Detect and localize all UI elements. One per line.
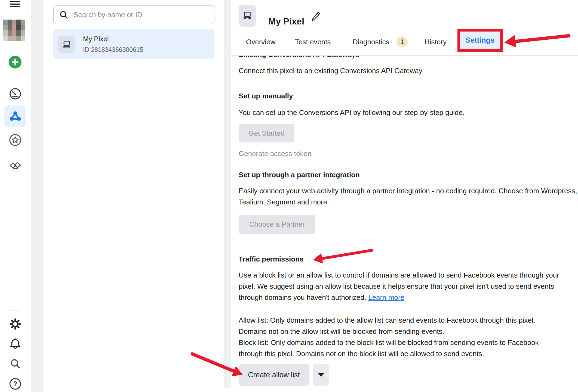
allow-list-line: Allow list: Only domains added to the al… xyxy=(239,316,535,335)
nav-sidebar: ? xyxy=(0,0,31,392)
sidebar-item-events-manager[interactable] xyxy=(4,105,26,127)
clipped-section-heading: Existing Conversions API Gateways xyxy=(239,56,429,59)
datasource-list-panel: My Pixel ID 281834366300615 xyxy=(44,0,224,392)
hamburger-bar xyxy=(10,1,20,2)
svg-text:?: ? xyxy=(13,380,17,387)
learn-more-link[interactable]: Learn more xyxy=(368,293,404,301)
get-started-button[interactable]: Get Started xyxy=(239,124,294,142)
plus-vertical xyxy=(14,59,16,66)
hamburger-bar xyxy=(10,6,20,7)
events-manager-page: ? My Pixel ID 281834366300615 xyxy=(0,0,578,392)
section-divider xyxy=(239,245,578,245)
diagnostics-badge: 1 xyxy=(397,36,408,47)
laptop-icon xyxy=(62,40,72,49)
allow-block-explainer: Allow list: Only domains added to the al… xyxy=(239,315,560,359)
pixel-name: My Pixel xyxy=(83,35,109,43)
tab-history[interactable]: History xyxy=(425,38,447,46)
laptop-icon xyxy=(242,11,253,20)
sidebar-divider xyxy=(8,310,21,310)
hamburger-bar xyxy=(10,4,20,5)
partner-heading: Set up through a partner integration xyxy=(239,171,360,179)
edit-pencil-icon[interactable] xyxy=(310,11,321,22)
tab-overview[interactable]: Overview xyxy=(246,38,275,46)
partner-description: Easily connect your web activity through… xyxy=(239,185,578,208)
tab-test-events[interactable]: Test events xyxy=(295,38,331,46)
bell-icon[interactable] xyxy=(9,337,22,350)
events-manager-icon xyxy=(8,110,22,123)
star-circle-icon[interactable] xyxy=(9,133,22,147)
block-list-line: Block list: Only domains added to the bl… xyxy=(239,338,539,358)
main-scroll-gutter[interactable] xyxy=(224,0,231,388)
pixel-header-tile xyxy=(239,5,256,27)
generate-access-token-link[interactable]: Generate access token xyxy=(239,150,311,158)
pixel-list-item[interactable]: My Pixel ID 281834366300615 xyxy=(53,29,214,59)
sidebar-search-icon[interactable] xyxy=(9,357,22,370)
search-box[interactable] xyxy=(53,5,214,24)
manual-heading: Set up manually xyxy=(239,92,293,100)
search-input[interactable] xyxy=(73,10,207,19)
hamburger-menu-icon[interactable] xyxy=(10,1,20,8)
search-icon xyxy=(59,10,69,20)
choose-partner-button[interactable]: Choose a Partner xyxy=(239,215,315,234)
manual-description: You can set up the Conversions API by fo… xyxy=(239,107,571,118)
create-allow-list-split-button: Create allow list xyxy=(239,364,329,386)
chevron-down-icon xyxy=(318,373,324,377)
pixel-tile xyxy=(58,36,75,53)
tab-diagnostics[interactable]: Diagnostics xyxy=(353,38,389,46)
traffic-description: Use a block list or an allow list to con… xyxy=(239,270,565,303)
gear-icon[interactable] xyxy=(9,318,22,331)
gauge-icon[interactable] xyxy=(9,87,22,100)
tab-settings-highlight-box[interactable]: Settings xyxy=(457,29,503,52)
tab-settings[interactable]: Settings xyxy=(466,36,495,45)
create-allow-list-button[interactable]: Create allow list xyxy=(239,364,309,386)
create-plus-icon[interactable] xyxy=(9,56,21,69)
sidebar-scroll-gutter xyxy=(31,0,44,392)
help-icon[interactable]: ? xyxy=(9,377,22,390)
avatar[interactable] xyxy=(3,20,25,41)
traffic-permissions-heading: Traffic permissions xyxy=(239,255,303,263)
handshake-icon[interactable] xyxy=(9,160,22,173)
page-title: My Pixel xyxy=(268,16,304,27)
pixel-id: ID 281834366300615 xyxy=(83,46,143,54)
gateway-description: Connect this pixel to an existing Conver… xyxy=(239,65,571,76)
main-content: My Pixel Overview Test events Diagnostic… xyxy=(231,0,578,392)
create-list-dropdown-button[interactable] xyxy=(313,364,329,386)
